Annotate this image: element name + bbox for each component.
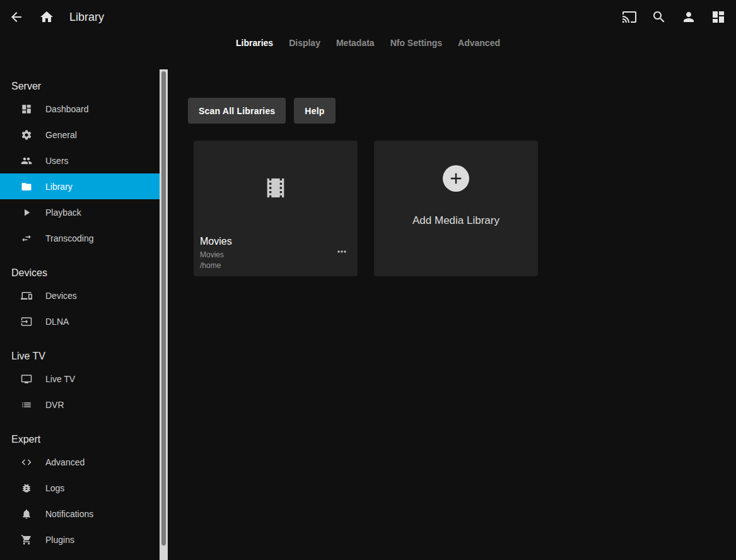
- users-icon: [21, 155, 32, 166]
- page-title: Library: [69, 11, 104, 24]
- sidebar-item-label: Live TV: [45, 374, 75, 384]
- search-icon: [651, 9, 667, 25]
- bell-icon: [21, 508, 32, 520]
- folder-icon: [21, 181, 32, 192]
- tab-libraries[interactable]: Libraries: [235, 37, 274, 49]
- sidebar-item-logs[interactable]: Logs: [0, 475, 160, 501]
- library-name: Movies: [200, 235, 351, 248]
- library-menu-button[interactable]: [335, 246, 349, 257]
- sidebar-item-dlna[interactable]: DLNA: [0, 308, 160, 334]
- sidebar-item-label: Advanced: [45, 457, 85, 467]
- play-icon: [21, 207, 32, 218]
- input-icon: [21, 316, 32, 327]
- library-toolbar: Scan All Libraries Help: [188, 98, 736, 124]
- sidebar-item-devices[interactable]: Devices: [0, 283, 160, 308]
- tab-metadata[interactable]: Metadata: [335, 37, 376, 49]
- add-media-library-card[interactable]: Add Media Library: [374, 141, 538, 276]
- sidebar-item-label: General: [45, 130, 77, 140]
- sidebar-scrollbar-thumb[interactable]: [161, 71, 166, 545]
- dashboard-icon: [21, 103, 32, 115]
- add-circle: [443, 165, 469, 192]
- add-media-library-label: Add Media Library: [412, 214, 499, 227]
- sidebar-heading-server: Server: [11, 81, 160, 92]
- user-icon: [681, 9, 696, 25]
- sidebar-item-notifications[interactable]: Notifications: [0, 501, 160, 527]
- dashboard-icon: [711, 9, 726, 25]
- sidebar-item-scheduled-tasks[interactable]: Scheduled Tasks: [0, 552, 160, 560]
- sidebar-item-dashboard[interactable]: Dashboard: [0, 96, 160, 122]
- main-content: Scan All Libraries Help Movies Movies /h…: [168, 69, 736, 560]
- sidebar-heading-devices: Devices: [11, 267, 160, 279]
- library-card-image: [194, 141, 358, 235]
- admin-sidebar: Server Dashboard General Users Library P…: [0, 69, 160, 560]
- help-button[interactable]: Help: [294, 98, 335, 124]
- cast-icon: [622, 9, 637, 25]
- sidebar-item-label: Dashboard: [45, 104, 89, 114]
- scan-all-libraries-button[interactable]: Scan All Libraries: [188, 98, 286, 124]
- sidebar-item-label: Devices: [45, 291, 77, 301]
- library-type: Movies: [200, 250, 351, 260]
- library-cards: Movies Movies /home Add Media Library: [194, 141, 736, 276]
- back-arrow-icon: [9, 9, 24, 25]
- search-button[interactable]: [651, 9, 667, 25]
- sidebar-heading-livetv: Live TV: [11, 351, 160, 362]
- sidebar-item-label: DLNA: [45, 317, 69, 327]
- sidebar-item-label: Users: [45, 156, 69, 166]
- sidebar-heading-expert: Expert: [11, 434, 160, 445]
- sidebar-item-library[interactable]: Library: [0, 173, 160, 199]
- topbar-actions: [622, 9, 726, 25]
- library-card-body: Movies Movies /home: [200, 235, 351, 271]
- sidebar-item-label: DVR: [45, 400, 64, 410]
- sidebar-item-label: Notifications: [45, 509, 93, 519]
- sidebar-item-label: Transcoding: [45, 233, 94, 243]
- swap-arrows-icon: [21, 233, 32, 244]
- tv-icon: [21, 373, 32, 385]
- sidebar-item-plugins[interactable]: Plugins: [0, 527, 160, 552]
- bug-icon: [21, 482, 32, 494]
- sidebar-item-users[interactable]: Users: [0, 148, 160, 173]
- code-icon: [21, 457, 32, 468]
- list-icon: [21, 399, 32, 411]
- sidebar-item-label: Playback: [45, 207, 81, 218]
- devices-icon: [21, 290, 32, 301]
- sidebar-item-label: Plugins: [45, 535, 74, 545]
- plus-icon: [447, 170, 465, 187]
- home-icon: [39, 9, 54, 25]
- tab-display[interactable]: Display: [288, 37, 322, 49]
- dashboard-button[interactable]: [711, 9, 726, 25]
- home-button[interactable]: [39, 9, 54, 25]
- cast-button[interactable]: [622, 9, 637, 25]
- top-bar: Library: [0, 0, 736, 34]
- user-button[interactable]: [681, 9, 696, 25]
- back-button[interactable]: [9, 9, 24, 25]
- sidebar-item-label: Library: [45, 182, 73, 192]
- sidebar-item-livetv[interactable]: Live TV: [0, 366, 160, 392]
- sidebar-item-general[interactable]: General: [0, 122, 160, 148]
- film-strip-icon: [263, 175, 288, 201]
- library-path: /home: [200, 260, 351, 271]
- gear-icon: [21, 129, 32, 141]
- sidebar-item-label: Logs: [45, 483, 64, 493]
- sidebar-item-playback[interactable]: Playback: [0, 199, 160, 225]
- library-card-movies[interactable]: Movies Movies /home: [194, 141, 358, 276]
- sidebar-item-transcoding[interactable]: Transcoding: [0, 225, 160, 251]
- settings-tab-bar: Libraries Display Metadata Nfo Settings …: [0, 34, 736, 52]
- sidebar-item-dvr[interactable]: DVR: [0, 392, 160, 417]
- more-dots-icon: [336, 245, 348, 258]
- sidebar-scrollbar-track[interactable]: [160, 69, 168, 560]
- sidebar-item-advanced[interactable]: Advanced: [0, 449, 160, 475]
- tab-advanced[interactable]: Advanced: [457, 37, 501, 49]
- cart-icon: [21, 534, 32, 545]
- tab-nfo-settings[interactable]: Nfo Settings: [389, 37, 443, 49]
